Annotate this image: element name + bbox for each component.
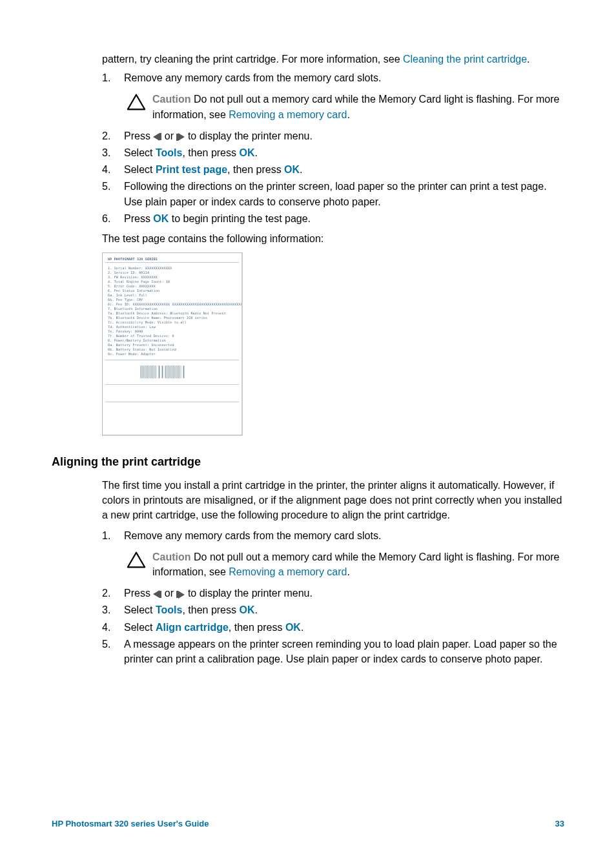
- list-item: 4. Select Print test page, then press OK…: [102, 162, 564, 177]
- tp-l: 7b. Bluetooth Device Name: Photosmart 32…: [108, 316, 207, 320]
- test-page-illustration: HP PHOTOSMART 320 SERIES 1. Serial Numbe…: [102, 252, 243, 436]
- footer-page-number: 33: [555, 819, 564, 828]
- tp-l: 5. Error Code: XXXXXXXX: [108, 284, 156, 288]
- tp-l: 6b. Pen Type: CMY: [108, 298, 143, 302]
- list-item: 5. Following the directions on the print…: [102, 179, 564, 209]
- step-text: Select Print test page, then press OK.: [124, 162, 564, 177]
- list-item: 2. Press or to display the printer menu.: [102, 586, 564, 601]
- caution-body: Do not pull out a memory card while the …: [152, 94, 559, 119]
- t: Select: [124, 604, 156, 615]
- list-item: 2. Press or to display the printer menu.: [102, 128, 564, 143]
- tp-divider: [105, 384, 239, 385]
- tp-bar: [183, 365, 185, 378]
- tp-bar: [158, 365, 160, 378]
- list-item: 6. Press OK to begin printing the test p…: [102, 211, 564, 226]
- t: , then press: [227, 164, 284, 175]
- t: , then press: [182, 147, 239, 158]
- list-item: 1. Remove any memory cards from the memo…: [102, 528, 564, 543]
- tools-label: Tools: [156, 147, 182, 158]
- intro-period: .: [527, 54, 529, 65]
- tp-bar: [165, 365, 181, 378]
- tp-l: 4. Total Engine Page Count: 10: [108, 280, 170, 283]
- step-text: Select Tools, then press OK.: [124, 145, 564, 160]
- list-item: 3. Select Tools, then press OK.: [102, 602, 564, 617]
- step-text: Remove any memory cards from the memory …: [124, 528, 564, 543]
- step-number: 3.: [102, 602, 124, 617]
- step-number: 6.: [102, 211, 124, 226]
- content-area: pattern, try cleaning the print cartridg…: [102, 52, 564, 436]
- t: Select: [124, 147, 156, 158]
- intro-text: pattern, try cleaning the print cartridg…: [102, 54, 403, 65]
- step-text: Press or to display the printer menu.: [124, 128, 564, 143]
- ok-label: OK: [153, 213, 169, 224]
- page: pattern, try cleaning the print cartridg…: [0, 0, 616, 853]
- removing-memory-card-link[interactable]: Removing a memory card: [229, 566, 347, 577]
- cleaning-cartridge-link[interactable]: Cleaning the print cartridge: [403, 54, 527, 65]
- step-text: Press or to display the printer menu.: [124, 586, 564, 601]
- caution-text: Caution Do not pull out a memory card wh…: [152, 92, 564, 121]
- tp-color-bars: [140, 365, 185, 378]
- t: .: [300, 164, 302, 175]
- tp-l: 7. Bluetooth Information: [108, 307, 158, 311]
- t: Press: [124, 130, 153, 141]
- step-number: 4.: [102, 162, 124, 177]
- caution-text: Caution Do not pull out a memory card wh…: [152, 550, 564, 579]
- steps-list-1b: 2. Press or to display the printer menu.…: [102, 128, 564, 226]
- tp-bar: [161, 365, 163, 378]
- tp-l: 7a. Bluetooth Device Address: Bluetooth …: [108, 311, 226, 315]
- caution-label: Caution: [152, 551, 191, 562]
- step-number: 5.: [102, 179, 124, 209]
- step-number: 5.: [102, 637, 124, 666]
- tp-divider: [105, 262, 239, 263]
- step-number: 1.: [102, 70, 124, 85]
- tp-l: 7f. Number of Trusted Devices: 0: [108, 334, 174, 338]
- t: Press: [124, 588, 153, 599]
- caution-label: Caution: [152, 94, 191, 105]
- caution-box-1: Caution Do not pull out a memory card wh…: [127, 92, 564, 121]
- t: Press: [124, 213, 153, 224]
- step-number: 3.: [102, 145, 124, 160]
- intro-continuation: pattern, try cleaning the print cartridg…: [102, 52, 564, 67]
- t: , then press: [182, 604, 239, 615]
- t: to display the printer menu.: [185, 130, 312, 141]
- removing-memory-card-link[interactable]: Removing a memory card: [229, 109, 347, 120]
- step-text: A message appears on the printer screen …: [124, 637, 564, 666]
- after-list-text: The test page contains the following inf…: [102, 231, 564, 246]
- align-cartridge-label: Align cartridge: [156, 622, 229, 633]
- tp-divider: [105, 402, 239, 402]
- page-footer: HP Photosmart 320 series User's Guide 33: [52, 819, 564, 828]
- step-number: 4.: [102, 620, 124, 635]
- content-area-2: The first time you install a print cartr…: [102, 478, 564, 666]
- caution-period: .: [347, 109, 349, 120]
- ok-label: OK: [239, 147, 254, 158]
- list-item: 5. A message appears on the printer scre…: [102, 637, 564, 666]
- right-arrow-icon: [176, 591, 185, 599]
- t: or: [161, 588, 176, 599]
- list-item: 4. Select Align cartridge, then press OK…: [102, 620, 564, 635]
- step-number: 2.: [102, 586, 124, 601]
- caution-body: Do not pull out a memory card while the …: [152, 551, 559, 577]
- aligning-heading: Aligning the print cartridge: [52, 455, 564, 469]
- tp-l: 7d. Authentication: Low: [108, 325, 156, 329]
- left-arrow-icon: [153, 133, 161, 141]
- ok-label: OK: [284, 164, 300, 175]
- list-item: 3. Select Tools, then press OK.: [102, 145, 564, 160]
- footer-title: HP Photosmart 320 series User's Guide: [52, 819, 209, 828]
- ok-label: OK: [239, 604, 254, 615]
- caution-period: .: [347, 566, 349, 577]
- steps-list-2b: 2. Press or to display the printer menu.…: [102, 586, 564, 666]
- tp-l: 3. FW Revision: XXXXXXXX: [108, 275, 158, 279]
- tp-title: HP PHOTOSMART 320 SERIES: [108, 257, 158, 261]
- tp-l: 6c. Pen ID: XXXXXXXXXXXXXXXXXX XXXXXXXXX…: [108, 302, 243, 306]
- tp-l: 8. Power/Battery Information: [108, 338, 166, 342]
- t: .: [301, 622, 303, 633]
- tp-l: 1. Serial Number: XXXXXXXXXXXXX: [108, 266, 172, 270]
- tp-l: 8a. Battery Present: Unconnected: [108, 343, 174, 347]
- tp-divider: [105, 360, 239, 360]
- step-number: 2.: [102, 128, 124, 143]
- tp-l: 7e. Passkey: 0000: [108, 329, 143, 333]
- step-number: 1.: [102, 528, 124, 543]
- tp-l: 8c. Power Mode: Adapter: [108, 352, 156, 356]
- step-text: Select Align cartridge, then press OK.: [124, 620, 564, 635]
- t: Select: [124, 164, 156, 175]
